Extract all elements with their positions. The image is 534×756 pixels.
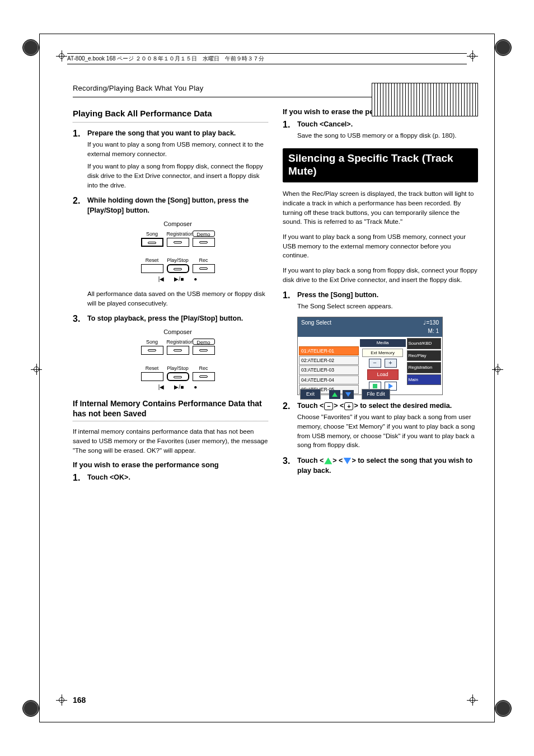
minus-icon: −: [324, 402, 333, 410]
side-tab-main: Main: [407, 374, 441, 386]
record-icon: ●: [194, 275, 197, 284]
step-title: Touch <OK>.: [87, 472, 268, 482]
keyboard-diagram: [372, 83, 478, 116]
registration-mark: [467, 694, 478, 706]
mute-step-2: 2. Touch <−> <+> to select the desired m…: [283, 401, 478, 450]
playstop-button-label: Play/Stop: [167, 365, 189, 371]
registration-button-label: Registration: [167, 231, 189, 237]
right-column: If you wish to erase the performance son…: [283, 107, 478, 488]
book-header: AT-800_e.book 168 ページ ２００８年１０月１５日 水曜日 午前…: [67, 53, 467, 64]
reset-button: [141, 264, 163, 273]
left-column: Playing Back All Performance Data 1. Pre…: [73, 107, 268, 488]
composer-panel-figure: Composer Song Registration Demo Reset Pl…: [130, 328, 226, 391]
paragraph: If internal memory contains performance …: [73, 427, 268, 455]
list-item: 03:ATELIER-03: [299, 365, 359, 374]
step-number: 1.: [283, 118, 290, 131]
step-title: Touch <−> <+> to select the desired medi…: [297, 401, 478, 411]
rec-button-label: Rec: [193, 365, 215, 371]
step-number: 1.: [73, 127, 80, 140]
dotted-divider: [73, 122, 268, 123]
subheading-unsaved: If Internal Memory Contains Performance …: [73, 398, 268, 419]
registration-mark: [56, 694, 67, 706]
plus-button: +: [385, 359, 397, 368]
section-heading-track-mute: Silencing a Specific Track (Track Mute): [283, 148, 478, 183]
tempo-label: ♩=130: [423, 320, 439, 326]
song-button-label: Song: [141, 231, 163, 237]
media-header: Media: [360, 339, 406, 347]
minus-button: −: [369, 359, 381, 368]
list-item: 04:ATELIER-04: [299, 375, 359, 384]
paragraph: When the Rec/Play screen is displayed, t…: [283, 189, 478, 227]
page-number: 168: [73, 696, 86, 705]
step-number: 3.: [73, 312, 80, 325]
step-1: 1. Prepare the song that you want to pla…: [73, 128, 268, 190]
step-2: 2. While holding down the [Song] button,…: [73, 195, 268, 308]
arrow-up-icon: [324, 458, 332, 464]
figure-title: Composer: [130, 220, 226, 229]
rec-button: [193, 264, 215, 273]
playstop-button: [167, 264, 189, 273]
erase-step-ok: 1. Touch <OK>.: [73, 472, 268, 482]
reset-button-label: Reset: [141, 257, 163, 263]
side-tab-sound: Sound/KBD: [407, 338, 441, 349]
registration-mark: [467, 50, 478, 62]
playstop-button: [167, 372, 189, 381]
registration-mark: [31, 364, 42, 375]
list-item: 02:ATELIER-02: [299, 356, 359, 365]
demo-button-label: Demo: [193, 231, 215, 237]
file-edit-button: File Edit: [362, 389, 390, 400]
plus-icon: +: [344, 402, 353, 410]
rewind-icon: |◀: [158, 275, 165, 284]
media-value: Ext Memory: [362, 349, 404, 358]
print-corner-mark: [22, 39, 39, 56]
subheading-playback-all: Playing Back All Performance Data: [73, 107, 268, 120]
step-title: While holding down the [Song] button, pr…: [87, 195, 268, 215]
dotted-divider: [73, 421, 268, 421]
demo-button-label: Demo: [193, 339, 215, 345]
demo-button: [193, 238, 215, 247]
registration-button: [167, 346, 189, 355]
step-number: 1.: [73, 471, 80, 484]
trim-line: [39, 34, 40, 722]
rec-button-label: Rec: [193, 257, 215, 263]
step-title: Press the [Song] button.: [297, 290, 478, 300]
step-body-text: Save the song to USB memory or a floppy …: [297, 131, 478, 140]
step-number: 2.: [73, 194, 80, 207]
step-title: Touch <Cancel>.: [297, 119, 478, 129]
registration-mark: [492, 364, 503, 375]
side-tab-registration: Registration: [407, 362, 441, 373]
composer-panel-figure: Composer Song Registration Demo Reset Pl…: [130, 220, 226, 283]
step-body-text: If you want to play a song from USB memo…: [87, 140, 268, 158]
print-corner-mark: [22, 700, 39, 717]
trim-line: [494, 34, 495, 722]
step-3: 3. To stop playback, press the [Play/Sto…: [73, 313, 268, 392]
arrow-down-button: [343, 390, 354, 399]
reset-button-label: Reset: [141, 365, 163, 371]
step-body-text: If you want to play a song from floppy d…: [87, 162, 268, 190]
record-icon: ●: [194, 383, 197, 392]
song-button: [141, 238, 163, 247]
song-select-screenshot: Song Select ♩=130 M: 1 . 01:ATELIER-01 0…: [297, 317, 443, 395]
mute-step-3: 3. Touch <> <> to select the song that y…: [283, 456, 478, 476]
step-body-text: Choose "Favorites" if you want to play b…: [297, 412, 478, 450]
exit-button: Exit: [300, 389, 321, 400]
rewind-icon: |◀: [158, 383, 165, 392]
playstop-icon: ▶/■: [174, 275, 184, 284]
step-title: Prepare the song that you want to play b…: [87, 128, 268, 138]
step-number: 1.: [283, 289, 290, 302]
song-button: [141, 346, 163, 355]
measure-label: M: 1: [428, 328, 439, 334]
demo-button: [193, 346, 215, 355]
erase-step-cancel: 1. Touch <Cancel>. Save the song to USB …: [283, 119, 478, 140]
registration-button: [167, 238, 189, 247]
arrow-down-icon: [343, 458, 351, 464]
print-corner-mark: [495, 39, 512, 56]
print-corner-mark: [495, 700, 512, 717]
screen-title: Song Select: [301, 319, 331, 335]
rec-button: [193, 372, 215, 381]
subheading-erase: If you wish to erase the performance son…: [73, 461, 268, 470]
mute-step-1: 1. Press the [Song] button. The Song Sel…: [283, 290, 478, 311]
playstop-icon: ▶/■: [174, 383, 184, 392]
trim-line: [39, 34, 495, 34]
step-title: Touch <> <> to select the song that you …: [297, 456, 478, 476]
